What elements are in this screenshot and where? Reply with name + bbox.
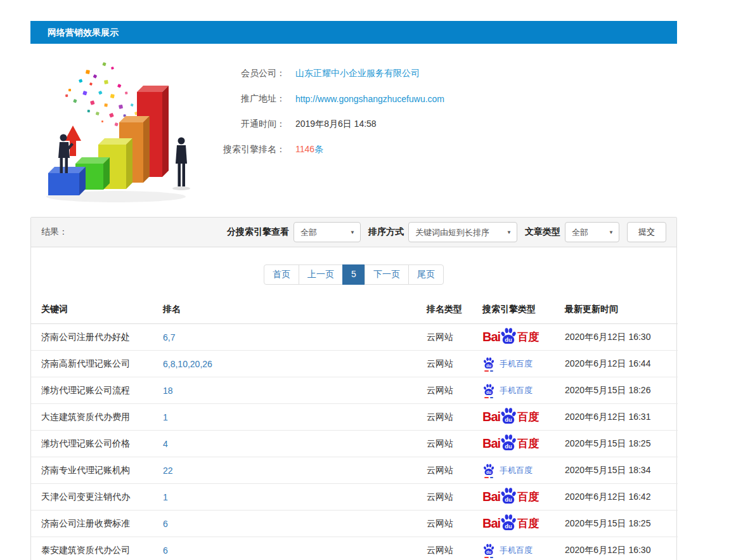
baidu-paw-icon: du (500, 407, 517, 426)
baidu-paw-icon: du (482, 356, 495, 370)
filter-bar: 结果： 分搜索引擎查看 全部 ▼ 排序方式 关键词由短到长排序 ▼ 文章类型 (31, 218, 676, 247)
baidu-mobile-paw: du (482, 543, 495, 558)
promo-url-link[interactable]: http://www.gongshangzhucefuwu.com (295, 94, 444, 104)
rank-cell: 6,7 (163, 324, 427, 351)
engine-filter-select[interactable]: 全部 (294, 223, 360, 242)
baidu-mobile-label: 手机百度 (500, 358, 533, 370)
table-row: 大连建筑资质代办费用 1 云网站 Bai du 百度 (31, 404, 678, 431)
promo-url-row: 推广地址： http://www.gongshangzhucefuwu.com (216, 86, 444, 112)
member-info-section: 会员公司： 山东正耀中小企业服务有限公司 推广地址： http://www.go… (30, 44, 677, 207)
rank-cell: 6 (163, 537, 427, 560)
svg-text:du: du (505, 497, 512, 503)
rank-type-cell: 云网站 (427, 537, 482, 560)
page-title-bar: 网络营销效果展示 (30, 21, 677, 44)
engine-rank-value: 1146条 (295, 144, 323, 155)
table-row: 泰安建筑资质代办公司 6 云网站 Bai du 手机百度 (31, 537, 678, 560)
rank-link[interactable]: 6,8,10,20,26 (163, 359, 212, 369)
updated-cell: 2020年6月12日 16:42 (565, 484, 678, 511)
pagination-first[interactable]: 首页 (264, 264, 299, 285)
updated-cell: 2020年5月15日 18:25 (565, 431, 678, 457)
baidu-mobile-underline (484, 557, 493, 558)
results-panel: 结果： 分搜索引擎查看 全部 ▼ 排序方式 关键词由短到长排序 ▼ 文章类型 (30, 217, 677, 560)
header-updated: 最新更新时间 (565, 300, 678, 324)
page-title: 网络营销效果展示 (48, 27, 119, 37)
rank-link[interactable]: 1 (163, 492, 168, 502)
table-row: 济南公司注册代办好处 6,7 云网站 Bai du 百度 (31, 324, 678, 351)
keyword-cell: 济南公司注册代办好处 (31, 324, 163, 351)
table-row: 济南公司注册收费标准 6 云网站 Bai du 百度 (31, 511, 678, 537)
person-watching (172, 138, 190, 191)
engine-cell: Bai du 百度 (482, 324, 565, 351)
baidu-logo-cn-text: 百度 (517, 516, 539, 531)
rank-type-cell: 云网站 (427, 457, 482, 484)
rank-link[interactable]: 6 (163, 519, 168, 529)
baidu-mobile-logo: du 手机百度 (482, 356, 533, 372)
pagination-next[interactable]: 下一页 (365, 264, 409, 285)
rank-count: 1146 (295, 144, 314, 154)
pagination: 首页 上一页 5 下一页 尾页 (31, 264, 676, 285)
baidu-mobile-logo: du 手机百度 (482, 543, 533, 558)
baidu-mobile-paw: du (482, 463, 495, 478)
rank-link[interactable]: 22 (163, 466, 173, 476)
baidu-pc-logo: Bai du 百度 (482, 433, 539, 455)
keyword-cell: 济南公司注册收费标准 (31, 511, 163, 537)
baidu-logo-cn-text: 百度 (517, 490, 539, 504)
baidu-paw-icon: du (482, 383, 495, 396)
filter-group: 分搜索引擎查看 全部 ▼ 排序方式 关键词由短到长排序 ▼ 文章类型 (219, 222, 666, 242)
baidu-logo-text: Bai (482, 516, 500, 531)
baidu-logo-cn-text: 百度 (517, 330, 539, 344)
updated-cell: 2020年5月15日 18:34 (565, 457, 678, 484)
rank-link[interactable]: 6 (163, 545, 168, 556)
keyword-cell: 济南高新代理记账公司 (31, 351, 163, 377)
rank-unit: 条 (314, 144, 323, 154)
pagination-current[interactable]: 5 (342, 264, 365, 285)
rank-cell: 1 (163, 484, 427, 511)
baidu-pc-logo: Bai du 百度 (482, 486, 539, 508)
baidu-logo-text: Bai (482, 330, 500, 344)
rank-link[interactable]: 1 (163, 412, 168, 422)
engine-cell: Bai du 百度 (482, 511, 565, 537)
main-container: 网络营销效果展示 (30, 21, 677, 560)
rank-type-cell: 云网站 (427, 431, 482, 457)
baidu-mobile-logo: du 手机百度 (482, 383, 533, 398)
open-time-value: 2019年8月6日 14:58 (295, 119, 377, 130)
rank-link[interactable]: 6,7 (163, 332, 175, 342)
svg-text:du: du (505, 417, 512, 423)
baidu-logo-cn-text: 百度 (517, 410, 539, 424)
member-info-list: 会员公司： 山东正耀中小企业服务有限公司 推广地址： http://www.go… (216, 55, 444, 207)
rank-link[interactable]: 18 (163, 386, 173, 396)
updated-cell: 2020年5月15日 18:25 (565, 511, 678, 537)
pagination-prev[interactable]: 上一页 (299, 264, 343, 285)
rank-cell: 6 (163, 511, 427, 537)
header-rank-type: 排名类型 (427, 300, 482, 324)
baidu-paw-icon: du (500, 433, 517, 452)
baidu-mobile-paw: du (482, 356, 495, 372)
baidu-logo-text: Bai (482, 436, 500, 451)
svg-text:du: du (505, 337, 512, 343)
article-filter-select[interactable]: 全部 (565, 223, 619, 242)
submit-button[interactable]: 提交 (627, 222, 666, 242)
company-link[interactable]: 山东正耀中小企业服务有限公司 (295, 68, 420, 79)
sort-filter-label: 排序方式 (368, 226, 404, 238)
baidu-pc-logo: Bai du 百度 (482, 327, 539, 348)
baidu-mobile-label: 手机百度 (500, 465, 533, 476)
engine-cell: Bai du 百度 (482, 404, 565, 431)
updated-cell: 2020年5月15日 18:26 (565, 377, 678, 404)
baidu-mobile-paw: du (482, 383, 495, 398)
sort-filter-select[interactable]: 关键词由短到长排序 (409, 223, 517, 242)
engine-rank-row: 搜索引擎排名： 1146条 (216, 137, 444, 162)
article-filter-wrap: 全部 ▼ (565, 222, 619, 242)
baidu-mobile-underline (484, 477, 493, 478)
pagination-last[interactable]: 尾页 (408, 264, 444, 285)
baidu-pc-logo: Bai du 百度 (482, 513, 539, 535)
open-time-row: 开通时间： 2019年8月6日 14:58 (216, 112, 444, 137)
engine-cell: Bai du 百度 (482, 431, 565, 457)
rank-type-cell: 云网站 (427, 511, 482, 537)
header-rank: 排名 (163, 300, 427, 324)
engine-filter-wrap: 全部 ▼ (294, 222, 361, 242)
baidu-mobile-label: 手机百度 (500, 385, 533, 396)
company-row: 会员公司： 山东正耀中小企业服务有限公司 (216, 61, 444, 86)
rank-link[interactable]: 4 (163, 439, 168, 449)
header-keyword: 关键词 (31, 300, 163, 324)
table-row: 济南专业代理记账机构 22 云网站 Bai du 手机百度 (31, 457, 678, 484)
